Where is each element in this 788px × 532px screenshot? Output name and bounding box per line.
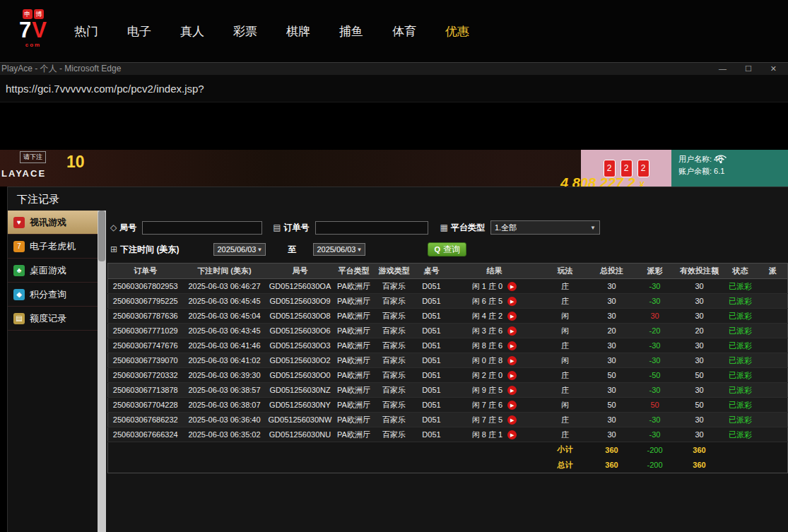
maximize-button[interactable]: ☐ xyxy=(745,64,752,73)
play-result-button[interactable]: ▶ xyxy=(507,326,517,336)
order-number-input[interactable] xyxy=(315,221,428,235)
result-cell: 闲 0 庄 8▶ xyxy=(449,353,541,368)
nav-item[interactable]: 彩票 xyxy=(233,23,257,40)
cell xyxy=(449,458,541,473)
cell: 30 xyxy=(590,309,634,324)
nav-item[interactable]: 热门 xyxy=(74,23,98,40)
minimize-button[interactable]: — xyxy=(719,64,727,73)
column-header: 结果 xyxy=(449,264,541,279)
sidebar-item-points[interactable]: ◆积分查询 xyxy=(8,283,98,307)
nav-item[interactable]: 捕鱼 xyxy=(339,23,363,40)
cell: D051 xyxy=(415,309,449,324)
table-row: 2506030677952252025-06-03 06:45:45GD0512… xyxy=(108,294,788,309)
user-name-label: 用户名称: 40 xyxy=(678,153,788,165)
payout-cell: 30 xyxy=(634,309,676,324)
cell: 2025-06-03 06:39:30 xyxy=(183,368,266,383)
cell: D051 xyxy=(415,338,449,353)
cell: 2025-06-03 06:36:40 xyxy=(183,413,266,427)
cell: 250603067704228 xyxy=(108,398,183,413)
result-text: 闲 7 庄 6 xyxy=(472,401,502,409)
cell xyxy=(334,442,374,458)
date-to-value: 2025/06/03 xyxy=(317,245,355,254)
sidebar-item-table-games[interactable]: ♣桌面游戏 xyxy=(8,259,98,283)
cell: 百家乐 xyxy=(374,309,415,324)
balance-label: 账户余额: 6.1 xyxy=(678,165,788,177)
payout-cell: -30 xyxy=(634,383,676,398)
site-logo[interactable]: 申博 7V com xyxy=(11,6,55,48)
nav-item[interactable]: 体育 xyxy=(392,23,416,40)
play-result-button[interactable]: ▶ xyxy=(507,312,517,321)
browser-title-bar: PlayAce - 个人 - Microsoft Edge — ☐ ✕ xyxy=(0,62,788,75)
play-result-button[interactable]: ▶ xyxy=(507,356,517,365)
cell xyxy=(108,458,183,473)
play-result-button[interactable]: ▶ xyxy=(507,341,517,350)
cell: 250603067666324 xyxy=(108,427,183,442)
status-cell: 已派彩 xyxy=(723,294,758,309)
column-header: 订单号 xyxy=(108,264,183,279)
cell: 50 xyxy=(590,398,634,413)
cell xyxy=(415,458,449,473)
play-result-button[interactable]: ▶ xyxy=(507,371,517,380)
address-bar[interactable]: https://gci.7vvvvvv.com/pc/pcv2/index.js… xyxy=(0,75,788,102)
play-result-button[interactable]: ▶ xyxy=(507,415,517,425)
cell: 闲 xyxy=(541,398,590,413)
cell: 30 xyxy=(590,294,634,309)
sidebar-item-label: 桌面游戏 xyxy=(30,264,66,277)
status-cell: 已派彩 xyxy=(723,383,758,398)
modal-scrollbar[interactable] xyxy=(98,211,106,532)
play-result-button[interactable]: ▶ xyxy=(507,282,517,291)
play-result-button[interactable]: ▶ xyxy=(507,297,517,306)
cell: 闲 xyxy=(541,324,590,338)
cell: 庄 xyxy=(541,383,590,398)
nav-item[interactable]: 棋牌 xyxy=(286,23,310,40)
play-result-button[interactable]: ▶ xyxy=(507,401,517,410)
nav-menu: 热门电子真人彩票棋牌捕鱼体育优惠 xyxy=(0,0,788,62)
summary-label: 小计 xyxy=(541,442,590,458)
cell xyxy=(758,338,788,353)
play-result-button[interactable]: ▶ xyxy=(507,430,517,439)
round-number-input[interactable] xyxy=(142,221,262,235)
status-cell: 已派彩 xyxy=(723,309,758,324)
cell xyxy=(758,294,788,309)
cell xyxy=(758,309,788,324)
nav-item[interactable]: 电子 xyxy=(127,23,151,40)
nav-item[interactable]: 真人 xyxy=(180,23,204,40)
status-cell: 已派彩 xyxy=(723,427,758,442)
subtotal-row: 小计360-200360 xyxy=(108,442,788,458)
cell: D051 xyxy=(415,353,449,368)
summary-valid: 360 xyxy=(676,458,723,473)
payout-cell: -30 xyxy=(634,294,676,309)
sidebar-item-video-games[interactable]: ♥视讯游戏 xyxy=(8,211,98,235)
cell: 百家乐 xyxy=(374,338,415,353)
scrollbar-thumb[interactable] xyxy=(98,211,105,261)
play-result-button[interactable]: ▶ xyxy=(507,386,517,395)
platform-type-icon: ▦ xyxy=(440,223,448,232)
result-cell: 闲 6 庄 5▶ xyxy=(449,294,541,309)
query-button[interactable]: Q 查询 xyxy=(428,242,466,256)
nav-item[interactable]: 优惠 xyxy=(445,23,469,40)
date-from-select[interactable]: 2025/06/03 ▼ xyxy=(213,243,266,256)
result-cell: 闲 1 庄 0▶ xyxy=(449,279,541,294)
result-cell: 闲 4 庄 2▶ xyxy=(449,309,541,324)
modal-sidebar: ♥视讯游戏7电子老虎机♣桌面游戏◆积分查询▤额度记录 xyxy=(8,211,98,532)
sidebar-item-quota[interactable]: ▤额度记录 xyxy=(8,307,98,331)
cell: GD051256030O3 xyxy=(266,338,334,353)
cell: 30 xyxy=(590,279,634,294)
platform-type-value: 1.全部 xyxy=(495,223,517,233)
payout-cell: -30 xyxy=(634,353,676,368)
cell: 百家乐 xyxy=(374,398,415,413)
cell: 2025-06-03 06:38:57 xyxy=(183,383,266,398)
table-game-icon: ♣ xyxy=(13,265,25,276)
cell: 庄 xyxy=(541,279,590,294)
modal-title: 下注记录 xyxy=(8,187,788,211)
cell: 250603067795225 xyxy=(108,294,183,309)
table-row: 2506030677476762025-06-03 06:41:46GD0512… xyxy=(108,338,788,353)
cell xyxy=(266,442,334,458)
chevron-down-icon: ▼ xyxy=(590,225,596,231)
sidebar-item-slots[interactable]: 7电子老虎机 xyxy=(8,235,98,259)
status-cell: 已派彩 xyxy=(723,279,758,294)
date-to-select[interactable]: 2025/06/03 ▼ xyxy=(313,243,365,256)
close-button[interactable]: ✕ xyxy=(770,64,777,73)
platform-type-select[interactable]: 1.全部 ▼ xyxy=(490,220,600,235)
wifi-icon xyxy=(715,154,727,167)
